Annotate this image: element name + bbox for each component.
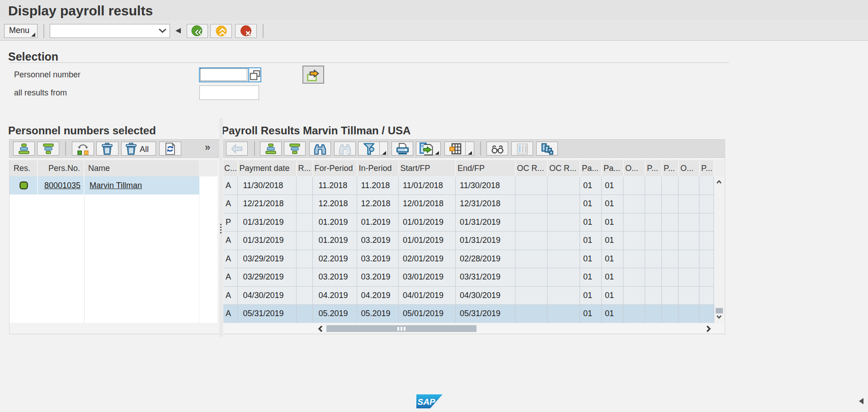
- svg-text:SAP: SAP: [418, 397, 435, 407]
